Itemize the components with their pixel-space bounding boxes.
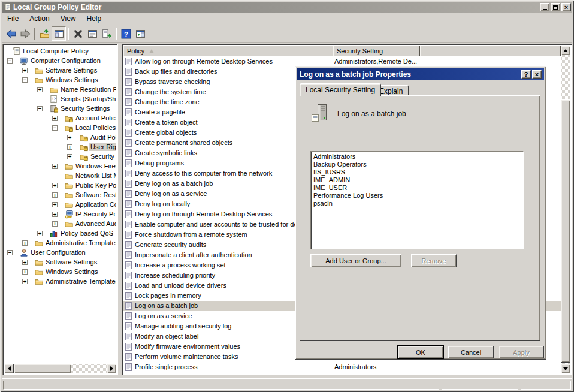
tree-item[interactable]: +Software Restricti bbox=[4, 191, 116, 200]
dialog-title-bar: Log on as a batch job Properties ? × bbox=[297, 68, 544, 80]
members-listbox[interactable]: AdministratorsBackup OperatorsIIS_IUSRSI… bbox=[310, 151, 524, 249]
column-header-security-setting-label: Security Setting bbox=[337, 47, 383, 55]
list-vertical-scrollbar[interactable] bbox=[561, 46, 570, 373]
tree-item[interactable]: +Application Contro bbox=[4, 200, 116, 210]
tree-item[interactable]: +Public Key Policies bbox=[4, 181, 116, 191]
tree-item[interactable]: +Software Settings bbox=[4, 258, 116, 267]
sort-ascending-icon bbox=[149, 49, 154, 53]
export-list-icon[interactable] bbox=[99, 26, 114, 41]
tree-item[interactable]: −User Configuration bbox=[4, 248, 116, 258]
menu-file[interactable]: File bbox=[2, 13, 24, 24]
tree-item[interactable]: +Audit Policy bbox=[4, 133, 116, 143]
policy-row[interactable]: Profile system performanceAdministrators… bbox=[123, 372, 561, 373]
policy-doc-icon bbox=[125, 240, 132, 249]
collapse-icon[interactable]: − bbox=[22, 77, 28, 83]
scroll-left-button[interactable] bbox=[4, 364, 14, 373]
collapse-icon[interactable]: − bbox=[7, 250, 13, 255]
expand-icon[interactable]: + bbox=[22, 260, 28, 265]
cancel-button[interactable]: Cancel bbox=[448, 346, 494, 358]
tree-item[interactable]: −Windows Settings bbox=[4, 76, 116, 85]
menu-action[interactable]: Action bbox=[24, 13, 55, 24]
tree-item[interactable]: +Advanced Audit Po bbox=[4, 219, 116, 229]
tab-local-security-setting[interactable]: Local Security Setting bbox=[300, 83, 381, 96]
maximize-button[interactable] bbox=[551, 3, 560, 11]
expand-icon[interactable]: + bbox=[22, 68, 28, 73]
member-item[interactable]: Performance Log Users bbox=[313, 192, 523, 200]
scroll-right-button[interactable] bbox=[107, 364, 116, 373]
svg-text:?: ? bbox=[123, 29, 128, 37]
forward-icon[interactable] bbox=[18, 26, 32, 41]
member-item[interactable]: psacln bbox=[313, 200, 523, 207]
menu-help[interactable]: Help bbox=[81, 13, 107, 24]
ok-button[interactable]: OK bbox=[398, 346, 443, 358]
policy-row[interactable]: Allow log on through Remote Desktop Serv… bbox=[123, 56, 561, 67]
tree-item[interactable]: −Computer Configuration bbox=[4, 56, 116, 66]
tree-item[interactable]: Network List Mana bbox=[4, 171, 116, 181]
tree-item[interactable]: +Name Resolution Policy bbox=[4, 85, 116, 95]
delete-icon[interactable] bbox=[71, 26, 85, 41]
member-item[interactable]: IME_ADMIN bbox=[313, 176, 523, 184]
properties-icon[interactable] bbox=[85, 26, 99, 41]
expand-icon[interactable]: + bbox=[22, 240, 28, 246]
scroll-down-button[interactable] bbox=[561, 364, 570, 373]
expand-icon[interactable]: + bbox=[52, 164, 58, 169]
expand-icon[interactable]: + bbox=[22, 269, 28, 275]
tree-item[interactable]: Local Computer Policy bbox=[4, 47, 116, 56]
close-button[interactable]: × bbox=[561, 3, 571, 11]
collapse-icon[interactable]: − bbox=[52, 125, 58, 131]
expand-icon[interactable]: + bbox=[37, 87, 43, 92]
expand-icon[interactable]: + bbox=[67, 154, 72, 159]
tree-item[interactable]: Scripts (Startup/Shutd bbox=[4, 95, 116, 104]
expand-icon[interactable]: + bbox=[52, 183, 58, 188]
expand-icon[interactable]: + bbox=[52, 116, 58, 121]
scroll-up-button[interactable] bbox=[561, 46, 570, 55]
member-item[interactable]: Backup Operators bbox=[313, 161, 523, 168]
member-item[interactable]: IME_USER bbox=[313, 184, 523, 192]
expand-icon[interactable]: + bbox=[37, 231, 43, 236]
minimize-button[interactable] bbox=[540, 3, 549, 11]
collapse-icon[interactable]: − bbox=[37, 106, 43, 111]
expand-icon[interactable]: + bbox=[52, 202, 58, 207]
tree-item[interactable]: +Windows Settings bbox=[4, 267, 116, 277]
menu-view[interactable]: View bbox=[55, 13, 81, 24]
member-item[interactable]: Administrators bbox=[313, 153, 523, 161]
show-action-pane-icon[interactable] bbox=[133, 26, 147, 41]
tree-item[interactable]: +Software Settings bbox=[4, 66, 116, 76]
tree-item[interactable]: +User Rights As bbox=[4, 143, 116, 152]
column-header-policy[interactable]: Policy bbox=[123, 46, 333, 56]
tree-item[interactable]: +IP Security Policies bbox=[4, 210, 116, 219]
remove-button[interactable]: Remove bbox=[411, 254, 457, 267]
tree-item[interactable]: +Security Optio bbox=[4, 152, 116, 162]
tree-item[interactable]: +Windows Firewall w bbox=[4, 162, 116, 171]
expand-icon[interactable]: + bbox=[52, 221, 58, 227]
back-icon[interactable] bbox=[4, 26, 18, 41]
apply-button[interactable]: Apply bbox=[499, 346, 544, 358]
tree-item[interactable]: −Security Settings bbox=[4, 104, 116, 114]
add-user-button[interactable]: Add User or Group... bbox=[310, 254, 401, 267]
up-level-icon[interactable] bbox=[37, 26, 52, 41]
scroll-thumb[interactable] bbox=[561, 99, 570, 363]
expand-icon[interactable]: + bbox=[52, 192, 58, 198]
expand-icon[interactable]: + bbox=[67, 144, 72, 150]
expand-icon[interactable]: + bbox=[52, 212, 58, 217]
tree-item[interactable]: +Administrative Templates bbox=[4, 239, 116, 248]
tree-item[interactable]: −Local Policies bbox=[4, 123, 116, 133]
collapse-icon[interactable]: − bbox=[7, 58, 13, 64]
tree-item[interactable]: +Account Policies bbox=[4, 114, 116, 123]
member-item[interactable]: IIS_IUSRS bbox=[313, 168, 523, 176]
dialog-close-button[interactable]: × bbox=[532, 70, 542, 79]
expand-icon[interactable]: + bbox=[22, 279, 28, 284]
tree-item-label: Local Policies bbox=[74, 124, 116, 132]
tree-item[interactable]: +Administrative Templates bbox=[4, 277, 116, 287]
tree-item[interactable]: +Policy-based QoS bbox=[4, 229, 116, 239]
policy-row[interactable]: Profile single processAdministrators bbox=[123, 362, 561, 372]
tree-horizontal-scrollbar[interactable] bbox=[4, 364, 116, 373]
show-console-tree-icon[interactable] bbox=[52, 26, 66, 41]
dialog-help-button[interactable]: ? bbox=[521, 70, 531, 79]
help-icon[interactable]: ? bbox=[119, 26, 133, 41]
column-header-security-setting[interactable]: Security Setting bbox=[333, 46, 420, 56]
policy-doc-icon bbox=[125, 57, 132, 66]
policy-doc-icon bbox=[125, 281, 132, 290]
expand-icon[interactable]: + bbox=[67, 135, 72, 140]
scroll-thumb[interactable] bbox=[14, 364, 71, 373]
